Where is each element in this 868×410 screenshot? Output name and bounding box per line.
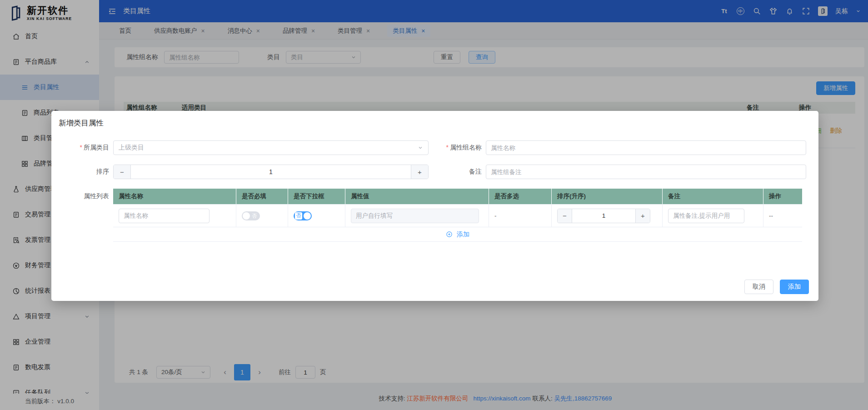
required-toggle[interactable]: 否 xyxy=(242,211,260,220)
toggle-label: 否 xyxy=(295,212,302,220)
required-asterisk: * xyxy=(80,144,82,151)
sort-value[interactable]: 1 xyxy=(131,165,411,179)
group-remark-input[interactable] xyxy=(486,165,806,179)
add-attr-row-button[interactable]: 添加 xyxy=(113,227,802,242)
toggle-label: 否 xyxy=(252,212,257,219)
attr-value-input[interactable] xyxy=(351,209,479,223)
confirm-add-button[interactable]: 添加 xyxy=(780,280,809,294)
modal-title: 新增类目属性 xyxy=(51,111,818,128)
modal-form: *所属类目 上级类目 *属性组名称 排序 − 1 + 备注 xyxy=(51,140,818,242)
add-category-attr-modal: 新增类目属性 *所属类目 上级类目 *属性组名称 排序 − 1 + xyxy=(51,111,818,301)
col-remark: 备注 xyxy=(663,189,763,204)
app-root: 新开软件 XIN KAI SOFTWARE 首页 平台商品库 类目属性 商品列表 xyxy=(0,0,868,410)
attr-name-input[interactable] xyxy=(119,209,210,223)
attribute-list-table: 属性名称 是否必填 是否下拉框 属性值 是否多选 排序(升序) 备注 操作 xyxy=(113,189,802,242)
col-actions: 操作 xyxy=(763,189,802,204)
plus-button[interactable]: + xyxy=(635,209,650,223)
attr-table-row: 否 否 - xyxy=(113,204,802,227)
attr-remark-input[interactable] xyxy=(668,209,744,223)
plus-circle-icon xyxy=(446,231,453,238)
col-attr-name: 属性名称 xyxy=(113,189,236,204)
group-name-field-label: *属性组名称 xyxy=(429,144,482,152)
row-actions-cell: -- xyxy=(763,205,802,227)
plus-button[interactable]: + xyxy=(411,165,428,179)
modal-footer: 取消 添加 xyxy=(744,280,809,294)
minus-button[interactable]: − xyxy=(558,209,572,223)
col-attr-value: 属性值 xyxy=(345,189,489,204)
select-placeholder: 上级类目 xyxy=(119,144,144,152)
cancel-button[interactable]: 取消 xyxy=(744,280,773,294)
multi-select-cell: - xyxy=(489,205,552,227)
row-sort-value[interactable]: 1 xyxy=(572,209,635,223)
chevron-down-icon xyxy=(418,145,423,150)
dropdown-toggle[interactable]: 否 xyxy=(294,211,312,220)
attr-table-header: 属性名称 是否必填 是否下拉框 属性值 是否多选 排序(升序) 备注 操作 xyxy=(113,189,802,204)
attr-list-field-label: 属性列表 xyxy=(51,189,109,200)
col-required: 是否必填 xyxy=(236,189,288,204)
minus-button[interactable]: − xyxy=(114,165,131,179)
remark-field-label: 备注 xyxy=(429,168,482,176)
toggle-knob xyxy=(304,212,311,220)
required-asterisk: * xyxy=(446,144,449,151)
sort-field-label: 排序 xyxy=(51,168,109,176)
col-dropdown: 是否下拉框 xyxy=(288,189,345,204)
parent-category-select[interactable]: 上级类目 xyxy=(113,140,429,155)
col-sort-asc: 排序(升序) xyxy=(552,189,663,204)
sort-stepper: − 1 + xyxy=(113,165,429,179)
row-sort-stepper: − 1 + xyxy=(557,209,650,223)
attr-group-name-input[interactable] xyxy=(486,140,806,155)
col-multi-select: 是否多选 xyxy=(489,189,552,204)
add-row-label: 添加 xyxy=(457,230,469,239)
toggle-knob xyxy=(243,212,250,220)
category-field-label: *所属类目 xyxy=(51,144,109,152)
